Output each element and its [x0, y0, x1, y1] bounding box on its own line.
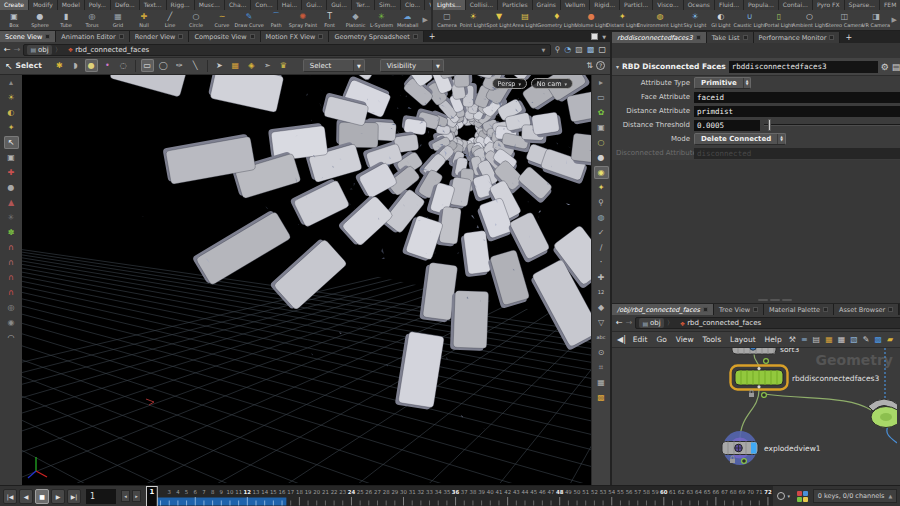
snap-prim-icon[interactable]: ∩	[4, 286, 19, 299]
shelf-overflow-icon[interactable]: ▶	[890, 16, 899, 24]
close-icon[interactable]	[250, 34, 255, 39]
node-sort3[interactable]: sort3	[732, 348, 800, 363]
snapshot-icon[interactable]: ▭	[594, 91, 609, 104]
lights-shelf-icon[interactable]: ☀	[4, 91, 19, 104]
shelf-tool-gi-light[interactable]: ◐GI Light	[708, 13, 734, 28]
select-prims-icon[interactable]: ◌	[117, 59, 130, 72]
overflow-right-icon[interactable]: ▸	[594, 76, 609, 89]
shelf-tab[interactable]: Fluid...	[715, 0, 744, 10]
shelf-tab[interactable]: Collisi...	[466, 0, 498, 10]
cookie-icon[interactable]: ▰	[885, 335, 895, 344]
grid-view-icon[interactable]: ▦	[836, 335, 848, 344]
history-icon[interactable]: ◔	[564, 44, 571, 56]
selection-mode-dropdown[interactable]: Select▼	[303, 59, 365, 72]
notes-icon[interactable]: ✎	[861, 335, 872, 344]
play-button[interactable]: ▶	[51, 489, 65, 504]
snap-edge-icon[interactable]: ∩	[4, 271, 19, 284]
normals-icon[interactable]: ✚	[594, 271, 609, 284]
arc-tool-icon[interactable]: ◠	[4, 331, 19, 344]
headlight-off-icon[interactable]: ○	[594, 136, 609, 149]
laser-select-icon[interactable]: ╲	[189, 59, 202, 72]
parameter-value-field[interactable]: faceid	[694, 92, 900, 103]
snapshot-view-icon[interactable]: ▧	[848, 335, 860, 344]
handles-tool-icon[interactable]: ✳	[4, 211, 19, 224]
collapse-icon[interactable]: ▾	[616, 63, 619, 70]
playback-range-bar[interactable]	[148, 497, 286, 505]
shelf-tool-path[interactable]: ⌒Path	[263, 13, 289, 28]
pane-tab[interactable]: Tree View	[714, 304, 764, 315]
close-icon[interactable]	[703, 307, 708, 312]
play-reverse-button[interactable]: ◀	[19, 489, 33, 504]
shelf-tab[interactable]: Defo...	[111, 0, 140, 10]
presets-icon[interactable]: ▤	[892, 62, 900, 72]
list-icon[interactable]: ▤	[811, 335, 823, 344]
shelf-tool-ambient-light[interactable]: ○Ambient Light	[793, 13, 827, 28]
shelf-tab[interactable]: Popula...	[744, 0, 779, 10]
lock-icon[interactable]	[749, 393, 754, 397]
pane-tab[interactable]: Render View	[130, 31, 190, 42]
translate-tool-icon[interactable]: ✚	[4, 166, 19, 179]
jump-start-button[interactable]: |◀	[3, 489, 17, 504]
pane-maximize-icon[interactable]	[591, 33, 598, 40]
pane-tab[interactable]: Asset Browser	[834, 304, 899, 315]
node-rbddisconnectedfaces3[interactable]: rbddisconnectedfaces3	[731, 366, 880, 398]
camera-badge[interactable]: No cam▾	[531, 78, 573, 89]
shelf-tab[interactable]: Rigg...	[167, 0, 195, 10]
shelf-tab[interactable]: Ter...	[352, 0, 375, 10]
select-fully-icon[interactable]: ◈	[245, 59, 258, 72]
lock-icon[interactable]	[730, 459, 735, 463]
shelf-tool-tube[interactable]: ▮Tube	[53, 13, 79, 28]
shelf-tool-portal-light[interactable]: ▯Portal Light	[765, 13, 792, 28]
shelf-tab[interactable]: Sparse...	[845, 0, 880, 10]
shelf-tab[interactable]: Poly...	[85, 0, 111, 10]
collapse-left-icon[interactable]: ◀|	[615, 335, 628, 344]
breadcrumb-context[interactable]: ▤obj	[639, 318, 663, 328]
shelf-tab[interactable]: Model	[58, 0, 85, 10]
shelf-tool-volume-light[interactable]: ●Volume Light	[576, 13, 607, 28]
pane-tab[interactable]: /obj/rbd_connected_faces	[612, 304, 714, 315]
help-icon[interactable]: ?	[596, 61, 605, 70]
close-icon[interactable]	[753, 307, 758, 312]
shelf-tool-circle[interactable]: ○Circle	[183, 13, 209, 28]
pane-tab[interactable]: rbddisconnectedfaces3	[612, 32, 707, 43]
shelf-tool-geometry-light[interactable]: ♦Geometry Light	[538, 13, 576, 28]
shelf-tool-l-system[interactable]: ✳L-System	[369, 13, 395, 28]
shelf-tab[interactable]: Gui...	[327, 0, 352, 10]
spotlight-icon[interactable]: ◐	[4, 106, 19, 119]
secure-selection-lock-icon[interactable]: ▣	[4, 151, 19, 164]
breadcrumb-context[interactable]: ▤obj	[27, 45, 51, 55]
shelf-tool-platonic[interactable]: ◆Platonic	[343, 13, 369, 28]
menu-edit[interactable]: Edit	[629, 335, 652, 344]
shelf-tab[interactable]: Rigid...	[590, 0, 620, 10]
shelf-tool-draw-curve[interactable]: ✎Draw Curve	[235, 13, 263, 28]
pin-icon[interactable]: ⚲	[554, 44, 560, 56]
parameter-slider[interactable]	[764, 119, 900, 131]
env-sphere-icon[interactable]: ◍	[594, 211, 609, 224]
pane-tab[interactable]: Take List	[707, 32, 754, 43]
menu-help[interactable]: Help	[761, 335, 786, 344]
objects-icon[interactable]: ▩	[587, 44, 595, 56]
pane-tab[interactable]: Motion FX View	[261, 31, 330, 42]
shelf-tool-stereo-camera[interactable]: ◫Stereo Camera	[826, 13, 862, 28]
camera-lock-icon[interactable]: ▣	[594, 121, 609, 134]
gear-icon[interactable]: ⚙	[881, 62, 889, 72]
overflow-up-icon[interactable]: ▴	[4, 76, 19, 89]
pane-tab[interactable]: Material Palette	[764, 304, 834, 315]
color-palette-icon[interactable]: ▦	[823, 335, 835, 344]
group-list-icon[interactable]: ▦	[594, 376, 609, 389]
pane-tab[interactable]: Composite View	[189, 31, 260, 42]
brush-select-icon[interactable]: ✑	[173, 59, 186, 72]
headlight-on-icon[interactable]: ◉	[594, 166, 609, 179]
visibility-dropdown[interactable]: Visibility▼	[380, 59, 444, 72]
shelf-tab[interactable]: Modify	[29, 0, 58, 10]
pane-tab[interactable]: Geometry Spreadsheet	[329, 31, 423, 42]
shelf-tool-curve[interactable]: ∼Curve	[209, 13, 235, 28]
sort-icon[interactable]: ⇅	[586, 61, 593, 70]
keyframe-colors-icon[interactable]	[797, 491, 808, 502]
orient-picking-icon[interactable]: ◎	[4, 301, 19, 314]
point-numbers-icon[interactable]: 12	[594, 286, 609, 299]
flipbook-icon[interactable]: ✿	[594, 106, 609, 119]
display-flag[interactable]	[751, 443, 757, 454]
wrench-icon[interactable]: ⚒	[787, 335, 798, 344]
shelf-tool-sky-light[interactable]: ☀Sky Light	[682, 13, 708, 28]
